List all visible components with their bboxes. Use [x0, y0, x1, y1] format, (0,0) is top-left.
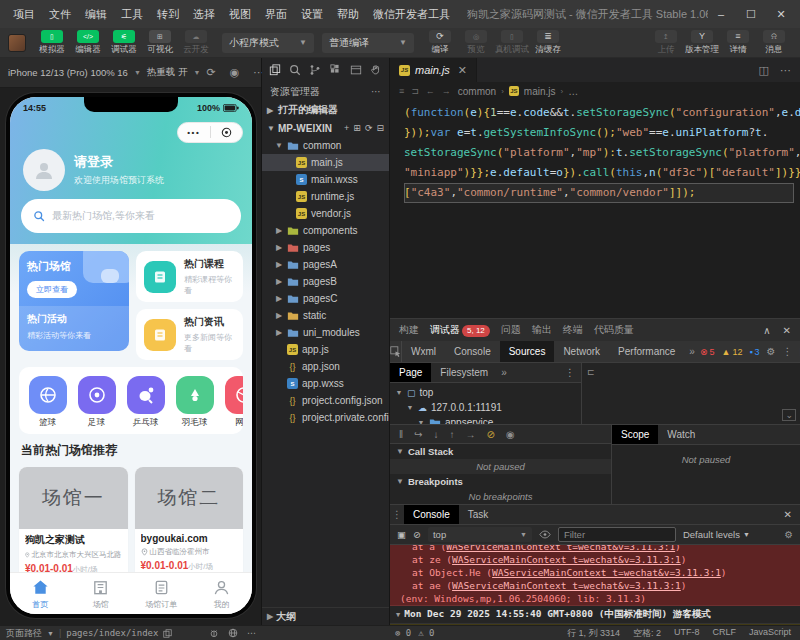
venue-card-2[interactable]: 场馆二bygoukai.com山西省临汾霍州市¥0.01-0.01小时/场 [135, 467, 244, 572]
step-out-icon[interactable]: ↑ [450, 429, 455, 440]
eye-icon[interactable] [539, 530, 551, 539]
menu-转到[interactable]: 转到 [150, 5, 186, 24]
record-icon[interactable]: ◉ [230, 66, 240, 79]
console-log[interactable]: at a (WAServiceMainContext_t=wechat&v=3.… [390, 545, 800, 625]
console-tab-console[interactable]: Console [404, 505, 459, 524]
details-button[interactable]: ≡详情 [720, 30, 756, 56]
menu-视图[interactable]: 视图 [222, 5, 258, 24]
tree-item-pagesB[interactable]: ▶pagesB [262, 273, 389, 290]
compile-button[interactable]: ⟳编译 [422, 30, 458, 56]
close-icon[interactable]: ✕ [768, 4, 794, 24]
call-stack-header[interactable]: ▼Call Stack [390, 444, 611, 459]
sport-category-4[interactable]: 羽毛球 [172, 376, 217, 429]
page-path-label[interactable]: 页面路径 [6, 627, 42, 640]
network-globe-icon[interactable] [228, 628, 238, 638]
phone-tab-首页[interactable]: 首页 [10, 573, 71, 614]
close-panel-icon[interactable]: ✕ [783, 325, 791, 336]
outline-icon[interactable]: ≡ [399, 86, 404, 96]
devtools-tab-performance[interactable]: Performance [609, 341, 684, 362]
code-editor[interactable]: (function(e){1==e.code&&t.setStorageSync… [390, 100, 800, 318]
capsule-close-icon[interactable] [211, 127, 243, 138]
close-tab-icon[interactable]: ✕ [458, 64, 467, 77]
menu-项目[interactable]: 项目 [6, 5, 42, 24]
panel-tab-代码质量[interactable]: 代码质量 [594, 323, 634, 337]
remote-icon[interactable] [350, 64, 362, 76]
tree-item-pagesC[interactable]: ▶pagesC [262, 290, 389, 307]
menu-编辑[interactable]: 编辑 [78, 5, 114, 24]
tree-item-pages[interactable]: ▶pages [262, 239, 389, 256]
panel-tab-调试器[interactable]: 调试器5, 12 [430, 323, 490, 337]
sport-category-3[interactable]: 乒乓球 [123, 376, 168, 429]
phone-tab-我的[interactable]: 我的 [192, 573, 253, 614]
menu-帮助[interactable]: 帮助 [330, 5, 366, 24]
expand-triangle-icon[interactable]: ▼ [396, 611, 400, 619]
console-tab-task[interactable]: Task [459, 505, 498, 524]
debug-button[interactable]: ⚟调试器 [106, 30, 142, 56]
error-count[interactable]: ⊗5 [700, 347, 715, 357]
user-avatar[interactable] [23, 149, 65, 191]
forward-icon[interactable]: → [442, 86, 451, 96]
project-section[interactable]: ▼ MP-WEIXIN + ⊞ ⟳ ⊟ [262, 119, 389, 137]
collapse-panel-icon[interactable]: ∧ [763, 325, 770, 336]
clear-cache-button[interactable]: ≣清缓存 [530, 30, 566, 56]
menu-设置[interactable]: 设置 [294, 5, 330, 24]
mode-select[interactable]: 小程序模式 ▼ [222, 33, 314, 53]
cloud-button[interactable]: ☁云开发 [178, 30, 214, 56]
toggle-navigator-icon[interactable]: ⊏ [587, 367, 595, 377]
more-tabs-icon[interactable]: » [684, 341, 700, 362]
refresh-icon[interactable]: ⟳ [365, 123, 373, 133]
devtools-tab-sources[interactable]: Sources [500, 341, 555, 362]
more-icon[interactable]: ⋯ [371, 86, 381, 97]
menu-文件[interactable]: 文件 [42, 5, 78, 24]
menu-选择[interactable]: 选择 [186, 5, 222, 24]
phone-button[interactable]: ▯模拟器 [34, 30, 70, 56]
sport-category-5[interactable]: 网球 [221, 376, 243, 429]
context-select[interactable]: top▼ [428, 527, 532, 542]
breadcrumb-item[interactable]: main.js [524, 86, 556, 97]
info-card-news[interactable]: 热门资讯更多新闻等你看 [136, 309, 243, 360]
login-section[interactable]: 请登录 欢迎使用场馆预订系统 [10, 145, 252, 197]
upload-button[interactable]: ↥上传 [648, 30, 684, 56]
search-icon[interactable] [289, 64, 301, 76]
sport-category-1[interactable]: 篮球 [25, 376, 70, 429]
panel-tab-问题[interactable]: 问题 [501, 323, 521, 337]
collapse-icon[interactable]: ⊟ [376, 123, 384, 133]
preview-button[interactable]: ◎预览 [458, 30, 494, 56]
new-file-icon[interactable]: + [344, 123, 349, 133]
log-levels-select[interactable]: Default levels▼ [683, 529, 750, 540]
frame-tree-item-12700111191[interactable]: ▼☁127.0.0.1:11191 [390, 400, 581, 415]
version-button[interactable]: Y版本管理 [684, 30, 720, 56]
status-item[interactable]: 行 1, 列 3314 [567, 627, 620, 640]
venue-card-1[interactable]: 场馆一狗凯之家测试北京市北京市大兴区马北路¥0.01-0.01小时/场 [19, 467, 128, 572]
tree-item-vendor.js[interactable]: JSvendor.js [262, 205, 389, 222]
split-editor-icon[interactable]: ◫ [759, 64, 769, 77]
tab-main-js[interactable]: JS main.js ✕ [390, 58, 477, 82]
open-editors-section[interactable]: ▶ 打开的编辑器 [262, 101, 389, 119]
panel-tab-终端[interactable]: 终端 [563, 323, 583, 337]
page-path[interactable]: pages/index/index [66, 628, 158, 638]
devtools-tab-wxml[interactable]: Wxml [402, 341, 445, 362]
frame-tree-item-appservice[interactable]: ▼appservice [390, 415, 581, 424]
refresh-icon[interactable]: ⟳ [206, 66, 215, 79]
devtools-tab-network[interactable]: Network [554, 341, 609, 362]
warning-count[interactable]: ▲12 [721, 347, 742, 357]
phone-tab-场馆订单[interactable]: 场馆订单 [131, 573, 192, 614]
sources-tab-page[interactable]: Page [390, 363, 431, 382]
more-icon[interactable]: ⋯ [780, 64, 791, 77]
tree-item-unimodules[interactable]: ▶uni_modules [262, 324, 389, 341]
tree-item-main.js[interactable]: JSmain.js [262, 154, 389, 171]
tree-item-project.private.config.js[interactable]: {}project.private.config.js… [262, 409, 389, 426]
stack-trace-link[interactable]: WAServiceMainContext_t=wechat&v=3.11.3:1 [446, 545, 675, 552]
vconsole-debug-icon[interactable] [209, 628, 219, 638]
hand-icon[interactable] [370, 64, 382, 76]
frame-tree-item-top[interactable]: ▼▢top [390, 385, 581, 400]
step-icon[interactable]: → [466, 429, 476, 440]
console-settings-icon[interactable]: ⚙ [784, 529, 793, 540]
problems-errors[interactable]: ⊗ 0 [395, 628, 411, 638]
console-filter-input[interactable]: Filter [558, 527, 676, 542]
problems-warnings[interactable]: ⚠ 0 [418, 628, 434, 638]
drag-handle-icon[interactable]: ⋮ [390, 505, 404, 524]
settings-gear-icon[interactable]: ⚙ [767, 346, 776, 357]
sidebar-toggle-icon[interactable]: ▣ [397, 529, 406, 540]
git-icon[interactable] [309, 64, 321, 76]
